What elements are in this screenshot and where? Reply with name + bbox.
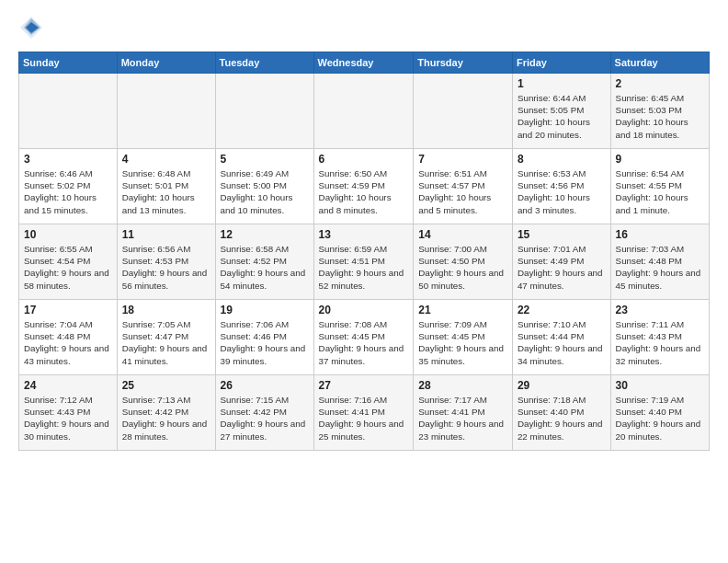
day-number: 19 <box>221 304 309 316</box>
calendar-header-row: SundayMondayTuesdayWednesdayThursdayFrid… <box>19 52 710 74</box>
day-info: Sunrise: 7:01 AM Sunset: 4:49 PM Dayligh… <box>518 243 606 292</box>
day-number: 21 <box>418 304 507 316</box>
day-info: Sunrise: 7:19 AM Sunset: 4:40 PM Dayligh… <box>616 394 704 442</box>
calendar-cell: 25Sunrise: 7:13 AM Sunset: 4:42 PM Dayli… <box>117 375 215 451</box>
day-number: 16 <box>616 228 704 241</box>
calendar-cell: 26Sunrise: 7:15 AM Sunset: 4:42 PM Dayli… <box>215 375 313 451</box>
calendar-cell: 24Sunrise: 7:12 AM Sunset: 4:43 PM Dayli… <box>19 375 118 451</box>
calendar-cell: 14Sunrise: 7:00 AM Sunset: 4:50 PM Dayli… <box>414 224 513 300</box>
calendar-cell: 21Sunrise: 7:09 AM Sunset: 4:45 PM Dayli… <box>414 300 513 375</box>
day-info: Sunrise: 7:13 AM Sunset: 4:42 PM Dayligh… <box>122 394 210 442</box>
calendar-cell <box>19 74 118 149</box>
day-number: 18 <box>122 304 210 316</box>
day-number: 11 <box>122 228 210 241</box>
day-info: Sunrise: 6:55 AM Sunset: 4:54 PM Dayligh… <box>24 243 112 292</box>
calendar-cell: 1Sunrise: 6:44 AM Sunset: 5:05 PM Daylig… <box>512 74 610 149</box>
day-number: 15 <box>518 228 606 241</box>
calendar-cell: 2Sunrise: 6:45 AM Sunset: 5:03 PM Daylig… <box>610 74 709 149</box>
calendar-cell <box>117 74 215 149</box>
calendar-cell: 17Sunrise: 7:04 AM Sunset: 4:48 PM Dayli… <box>19 300 118 375</box>
day-info: Sunrise: 7:03 AM Sunset: 4:48 PM Dayligh… <box>616 243 704 292</box>
calendar-header-saturday: Saturday <box>610 52 709 74</box>
calendar-header-tuesday: Tuesday <box>215 52 313 74</box>
calendar-header-wednesday: Wednesday <box>313 52 414 74</box>
day-number: 10 <box>24 228 112 241</box>
day-number: 23 <box>616 304 704 316</box>
calendar-header-thursday: Thursday <box>414 52 513 74</box>
calendar-cell <box>414 74 513 149</box>
day-info: Sunrise: 7:05 AM Sunset: 4:47 PM Dayligh… <box>122 318 210 367</box>
day-number: 4 <box>122 153 210 166</box>
day-number: 7 <box>418 153 507 166</box>
day-info: Sunrise: 6:53 AM Sunset: 4:56 PM Dayligh… <box>518 167 606 216</box>
day-info: Sunrise: 7:18 AM Sunset: 4:40 PM Dayligh… <box>518 394 606 442</box>
calendar-cell: 11Sunrise: 6:56 AM Sunset: 4:53 PM Dayli… <box>117 224 215 300</box>
day-number: 20 <box>319 304 409 316</box>
day-number: 24 <box>24 379 112 392</box>
calendar-cell: 22Sunrise: 7:10 AM Sunset: 4:44 PM Dayli… <box>512 300 610 375</box>
calendar-cell: 15Sunrise: 7:01 AM Sunset: 4:49 PM Dayli… <box>512 224 610 300</box>
calendar-header-friday: Friday <box>512 52 610 74</box>
header <box>18 15 710 40</box>
calendar-cell <box>313 74 414 149</box>
calendar-week-3: 10Sunrise: 6:55 AM Sunset: 4:54 PM Dayli… <box>19 224 710 300</box>
day-number: 14 <box>418 228 507 241</box>
day-number: 3 <box>24 153 112 166</box>
calendar-week-4: 17Sunrise: 7:04 AM Sunset: 4:48 PM Dayli… <box>19 300 710 375</box>
logo-icon <box>18 15 44 40</box>
day-info: Sunrise: 7:17 AM Sunset: 4:41 PM Dayligh… <box>418 394 507 442</box>
day-number: 27 <box>319 379 409 392</box>
day-info: Sunrise: 6:58 AM Sunset: 4:52 PM Dayligh… <box>221 243 309 292</box>
day-info: Sunrise: 7:11 AM Sunset: 4:43 PM Dayligh… <box>616 318 704 367</box>
day-info: Sunrise: 6:59 AM Sunset: 4:51 PM Dayligh… <box>319 243 409 292</box>
day-info: Sunrise: 7:12 AM Sunset: 4:43 PM Dayligh… <box>24 394 112 442</box>
day-info: Sunrise: 6:45 AM Sunset: 5:03 PM Dayligh… <box>616 92 704 141</box>
calendar-cell: 9Sunrise: 6:54 AM Sunset: 4:55 PM Daylig… <box>610 149 709 224</box>
calendar-cell: 6Sunrise: 6:50 AM Sunset: 4:59 PM Daylig… <box>313 149 414 224</box>
day-number: 28 <box>418 379 507 392</box>
day-number: 17 <box>24 304 112 316</box>
day-info: Sunrise: 6:46 AM Sunset: 5:02 PM Dayligh… <box>24 167 112 216</box>
calendar-cell: 19Sunrise: 7:06 AM Sunset: 4:46 PM Dayli… <box>215 300 313 375</box>
calendar-cell: 18Sunrise: 7:05 AM Sunset: 4:47 PM Dayli… <box>117 300 215 375</box>
calendar-cell: 16Sunrise: 7:03 AM Sunset: 4:48 PM Dayli… <box>610 224 709 300</box>
day-info: Sunrise: 6:51 AM Sunset: 4:57 PM Dayligh… <box>418 167 507 216</box>
calendar-cell: 10Sunrise: 6:55 AM Sunset: 4:54 PM Dayli… <box>19 224 118 300</box>
calendar-cell: 8Sunrise: 6:53 AM Sunset: 4:56 PM Daylig… <box>512 149 610 224</box>
day-info: Sunrise: 6:48 AM Sunset: 5:01 PM Dayligh… <box>122 167 210 216</box>
day-number: 29 <box>518 379 606 392</box>
day-info: Sunrise: 7:09 AM Sunset: 4:45 PM Dayligh… <box>418 318 507 367</box>
calendar-header-monday: Monday <box>117 52 215 74</box>
calendar-week-5: 24Sunrise: 7:12 AM Sunset: 4:43 PM Dayli… <box>19 375 710 451</box>
calendar-cell: 5Sunrise: 6:49 AM Sunset: 5:00 PM Daylig… <box>215 149 313 224</box>
calendar-cell: 28Sunrise: 7:17 AM Sunset: 4:41 PM Dayli… <box>414 375 513 451</box>
calendar-cell: 4Sunrise: 6:48 AM Sunset: 5:01 PM Daylig… <box>117 149 215 224</box>
day-info: Sunrise: 7:08 AM Sunset: 4:45 PM Dayligh… <box>319 318 409 367</box>
day-info: Sunrise: 6:54 AM Sunset: 4:55 PM Dayligh… <box>616 167 704 216</box>
day-number: 9 <box>616 153 704 166</box>
day-info: Sunrise: 6:50 AM Sunset: 4:59 PM Dayligh… <box>319 167 409 216</box>
day-info: Sunrise: 7:04 AM Sunset: 4:48 PM Dayligh… <box>24 318 112 367</box>
day-number: 25 <box>122 379 210 392</box>
day-number: 26 <box>221 379 309 392</box>
calendar-cell: 30Sunrise: 7:19 AM Sunset: 4:40 PM Dayli… <box>610 375 709 451</box>
day-info: Sunrise: 6:56 AM Sunset: 4:53 PM Dayligh… <box>122 243 210 292</box>
day-number: 5 <box>221 153 309 166</box>
calendar-cell: 27Sunrise: 7:16 AM Sunset: 4:41 PM Dayli… <box>313 375 414 451</box>
day-number: 30 <box>616 379 704 392</box>
day-number: 22 <box>518 304 606 316</box>
calendar-cell: 7Sunrise: 6:51 AM Sunset: 4:57 PM Daylig… <box>414 149 513 224</box>
page: SundayMondayTuesdayWednesdayThursdayFrid… <box>0 0 728 460</box>
calendar-cell: 3Sunrise: 6:46 AM Sunset: 5:02 PM Daylig… <box>19 149 118 224</box>
day-info: Sunrise: 7:00 AM Sunset: 4:50 PM Dayligh… <box>418 243 507 292</box>
day-number: 6 <box>319 153 409 166</box>
calendar-cell: 12Sunrise: 6:58 AM Sunset: 4:52 PM Dayli… <box>215 224 313 300</box>
day-info: Sunrise: 7:06 AM Sunset: 4:46 PM Dayligh… <box>221 318 309 367</box>
day-info: Sunrise: 6:49 AM Sunset: 5:00 PM Dayligh… <box>221 167 309 216</box>
calendar-week-2: 3Sunrise: 6:46 AM Sunset: 5:02 PM Daylig… <box>19 149 710 224</box>
day-number: 13 <box>319 228 409 241</box>
calendar-week-1: 1Sunrise: 6:44 AM Sunset: 5:05 PM Daylig… <box>19 74 710 149</box>
calendar-cell: 13Sunrise: 6:59 AM Sunset: 4:51 PM Dayli… <box>313 224 414 300</box>
day-info: Sunrise: 7:15 AM Sunset: 4:42 PM Dayligh… <box>221 394 309 442</box>
calendar-cell <box>215 74 313 149</box>
